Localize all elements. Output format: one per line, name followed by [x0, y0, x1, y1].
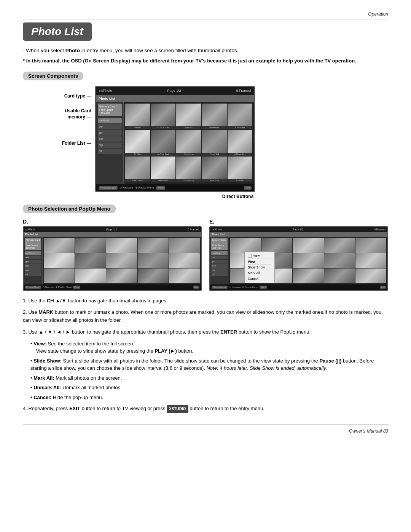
tv-photo-9: Can't Tell [202, 130, 227, 156]
popup-cancel: Cancel [248, 276, 271, 281]
instruction-1: 1. Use the CH ▲/▼ button to navigate thu… [23, 297, 388, 305]
bottom-rule [23, 424, 388, 425]
callout-usable-card: Usable Card memory [65, 108, 91, 120]
mini-tv-d-top: noPhotoPage 1/20 Framed [24, 227, 201, 232]
screen-e-label: E. [209, 219, 388, 225]
popup-view: View [248, 259, 271, 265]
tv-folder-rpp: rpp [98, 142, 122, 148]
tv-folder-boo: boo [98, 136, 122, 142]
bullet-unmarkall: • Unmark All: Unmark all marked photos. [30, 384, 388, 391]
instruction-2: 2. Use MARK button to mark or unmark a p… [23, 308, 388, 324]
left-callouts: Card type Usable Card memory Folder List [34, 86, 95, 147]
section1-header: Screen Components [23, 72, 83, 80]
bullet-cancel: • Cancel: Hide the pop-up menu. [30, 394, 388, 401]
tv-photo-12: Whenever [151, 157, 175, 182]
top-label: Operation [23, 11, 388, 19]
mini-tv-e-bottom: Photos/Music ◇ Navigate ⊕ PopUp Menu Mar… [210, 284, 387, 290]
photo-selection-section: Photo Selection and PopUp Menu D. noPhot… [23, 204, 388, 413]
tv-photo-15: French [228, 157, 252, 182]
tv-btn-photos: Photos/Music [99, 186, 118, 190]
tv-title-bar: Photo List [96, 95, 254, 102]
popup-markall: Mark All [248, 270, 271, 276]
mini-tv-d-bottom: Photos/Music ◇ Navigate ⊕ PopUp Menu Mar… [24, 284, 201, 290]
tv-photo-7: In The End [151, 130, 175, 156]
tv-btn-exit: Exit [244, 186, 252, 190]
tv-photo-4: Wherever [202, 104, 227, 129]
tv-card-box: Memory Card 1Free Space 195443K [98, 104, 122, 116]
screens-row: D. noPhotoPage 1/20 Framed Photo List Me… [23, 219, 388, 291]
tv-photo-11: Get Due F [125, 157, 150, 182]
section2-header: Photo Selection and PopUp Menu [23, 204, 116, 213]
tv-sidebar: Memory Card 1Free Space 195443K myPhoto … [96, 102, 124, 184]
tv-photo-14: New Fire [202, 157, 227, 182]
bullet-list: • View: See the selected item to the ful… [30, 340, 388, 401]
instruction-3: 3. Use ▲ / ▼ / ◄ / ► button to navigate … [23, 328, 388, 336]
tv-photos-grid: without I Get A Red Mark SF Wherever I T… [124, 102, 254, 184]
tv-screen: noPhoto Page 1/2 0 Framed Photo List Mem… [95, 86, 255, 192]
bottom-label: Owner's Manual 83 [23, 428, 388, 434]
mini-tv-d-title: Photo List [24, 232, 201, 237]
instructions: 1. Use the CH ▲/▼ button to navigate thu… [23, 297, 388, 413]
tv-btn-mark: Mark [156, 186, 165, 190]
callout-card-type: Card type [64, 93, 91, 99]
mini-tv-e-grid: View View Slide Show Mark All Cancel [229, 237, 387, 284]
mini-tv-d-sidebar: Memory Card 1Free Space 195443K myPhoto … [24, 237, 43, 284]
tv-photo-3: Mark SF [176, 104, 201, 129]
mini-tv-e-top: noPhotoPage 1/20 Framed [210, 227, 387, 232]
note-line: * In this manual, the OSD (On Screen Dis… [23, 57, 388, 65]
title-box: Photo List [23, 22, 92, 41]
mini-tv-e: noPhotoPage 1/20 Framed Photo List Memor… [209, 226, 388, 291]
bullet-slideshow: • Slide Show: Start a slide show with al… [30, 357, 388, 372]
tv-top-right: 0 Framed [236, 89, 251, 93]
tv-folder-def: def [98, 124, 122, 129]
intro-line: - When you select Photo in entry menu, y… [23, 48, 388, 53]
tv-top-left: noPhoto [99, 89, 112, 93]
tv-photo-2: I Get A Red [151, 104, 175, 129]
tv-photo-6: All Now [125, 130, 150, 156]
tv-content: Memory Card 1Free Space 195443K myPhoto … [96, 102, 254, 184]
mini-tv-d: noPhotoPage 1/20 Framed Photo List Memor… [23, 226, 202, 291]
page-title: Photo List [31, 26, 83, 38]
screen-components-section: Screen Components Current page/Total pag… [23, 72, 388, 199]
tv-nav: ◇ Navigate [120, 186, 133, 189]
popup-checkbox: View [248, 253, 271, 259]
mini-tv-d-grid [43, 237, 201, 284]
tv-folder-ghi: ghi [98, 130, 122, 136]
screen-d: D. noPhotoPage 1/20 Framed Photo List Me… [23, 219, 202, 291]
tv-photo-13: Something [176, 157, 201, 182]
popup-slideshow: Slide Show [248, 265, 271, 270]
tv-folder-rsf: rsf [98, 149, 122, 154]
mini-tv-e-sidebar: Memory Card 1Free Space 195443K myPhoto … [210, 237, 229, 284]
tv-folder-myphoto: myPhoto [98, 118, 122, 123]
mini-tv-e-content: Memory Card 1Free Space 195443K myPhoto … [210, 237, 387, 284]
popup-menu: View View Slide Show Mark All Cancel [244, 251, 275, 283]
tv-bottom-bar: Photos/Music ◇ Navigate ⊕ PopUp Menu Mar… [96, 184, 254, 192]
xstudio-button[interactable]: XSTUDIO [167, 405, 188, 413]
tv-photo-8: Soulmine [176, 130, 201, 156]
mini-tv-d-content: Memory Card 1Free Space 195443K myPhoto … [24, 237, 201, 284]
instruction-4: 4. Repeatedly, press EXIT button to retu… [23, 405, 388, 413]
bullet-view: • View: See the selected item to the ful… [30, 340, 388, 355]
bullet-markall: • Mark All: Mark all photos on the scree… [30, 374, 388, 382]
callout-folder-list: Folder List [62, 141, 91, 147]
tv-popup: ⊕ PopUp Menu [135, 186, 154, 189]
page-wrapper: Operation Photo List - When you select P… [0, 0, 411, 532]
mini-tv-e-title: Photo List [210, 232, 387, 237]
callout-direct-buttons: Direct Buttons [88, 194, 388, 199]
tv-photo-1: without [125, 104, 150, 129]
tv-photo-10: A New Guy [228, 130, 252, 156]
tv-top-bar: noPhoto Page 1/2 0 Framed [96, 87, 254, 95]
tv-photo-5: I Tur Sata [228, 104, 252, 129]
screen-d-label: D. [23, 219, 202, 225]
tv-top-center: Page 1/2 [167, 89, 181, 93]
screen-e: E. noPhotoPage 1/20 Framed Photo List Me… [209, 219, 388, 291]
tv-title: Photo List [99, 97, 115, 101]
